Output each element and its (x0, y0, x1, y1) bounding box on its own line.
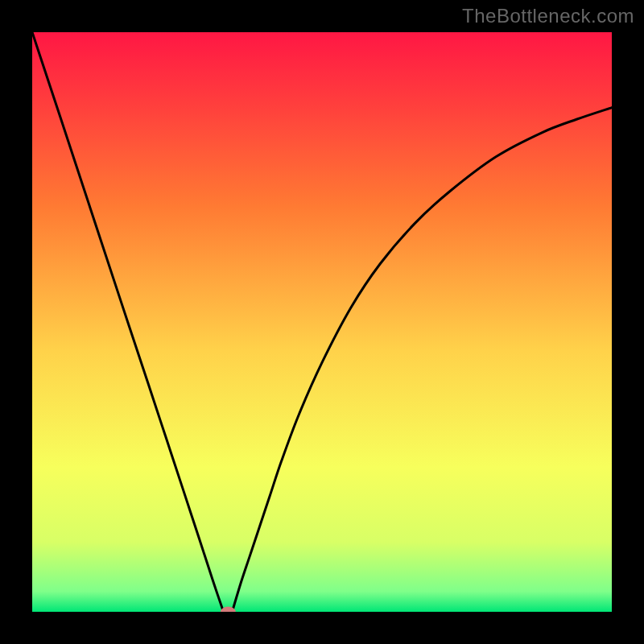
chart-frame: TheBottleneck.com (0, 0, 644, 644)
gradient-background (32, 32, 612, 612)
watermark-text: TheBottleneck.com (462, 5, 634, 27)
plot-area (32, 32, 612, 612)
chart-svg (32, 32, 612, 612)
